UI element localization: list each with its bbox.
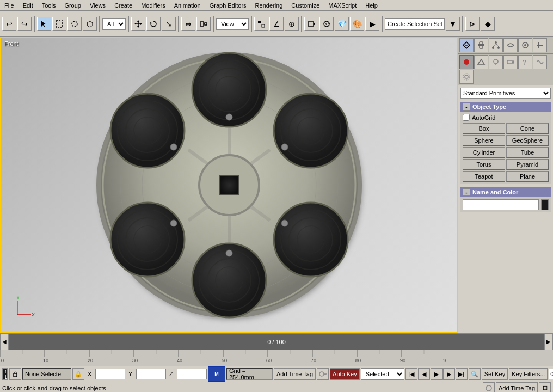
box-button[interactable]: Box bbox=[463, 123, 505, 134]
menu-maxscript[interactable]: MAXScript bbox=[324, 1, 361, 10]
undo-scene-button[interactable] bbox=[304, 17, 318, 31]
menu-create[interactable]: Create bbox=[110, 1, 137, 10]
tl-next-arrow[interactable]: ▶ bbox=[544, 334, 553, 350]
go-start-btn[interactable]: |◀ bbox=[405, 368, 417, 380]
search-btn[interactable]: 🔍 bbox=[469, 368, 481, 380]
autogrid-checkbox[interactable] bbox=[463, 114, 470, 121]
cylinder-button[interactable]: Cylinder bbox=[463, 147, 505, 158]
object-name-input[interactable] bbox=[463, 199, 539, 210]
svg-point-88 bbox=[494, 59, 498, 64]
cone-button[interactable]: Cone bbox=[506, 123, 549, 134]
svg-rect-15 bbox=[308, 22, 314, 26]
shapes-btn[interactable] bbox=[474, 55, 488, 69]
lock-selection-btn[interactable] bbox=[9, 368, 21, 380]
extra-tool-1[interactable]: ⊳ bbox=[465, 17, 480, 31]
select-object-button[interactable] bbox=[37, 17, 51, 31]
auto-key-btn[interactable]: Auto Key bbox=[330, 368, 360, 380]
fence-select-button[interactable]: ⬡ bbox=[83, 17, 97, 31]
menu-animation[interactable]: Animation bbox=[170, 1, 205, 10]
align-icon bbox=[199, 20, 208, 28]
rotate-button[interactable] bbox=[146, 17, 161, 31]
view-dropdown[interactable]: View bbox=[216, 18, 249, 30]
z-coord-input[interactable] bbox=[177, 369, 207, 379]
extra-tool-2[interactable]: ◆ bbox=[481, 17, 495, 31]
filter-dropdown[interactable]: All bbox=[102, 18, 126, 30]
svg-point-87 bbox=[464, 59, 469, 65]
torus-button[interactable]: Torus bbox=[463, 159, 505, 170]
menu-graph-editors[interactable]: Graph Editors bbox=[205, 1, 251, 10]
prev-frame-btn[interactable]: ◀ bbox=[418, 368, 430, 380]
menu-tools[interactable]: Tools bbox=[38, 1, 60, 10]
menu-views[interactable]: Views bbox=[85, 1, 110, 10]
grid-lock-btn[interactable]: ⊞ bbox=[539, 382, 551, 393]
selection-set-dropdown-btn[interactable]: ▼ bbox=[446, 17, 460, 31]
lasso-select-button[interactable] bbox=[67, 17, 82, 31]
modify-panel-btn[interactable] bbox=[474, 38, 488, 52]
hierarchy-panel-btn[interactable] bbox=[489, 38, 503, 52]
key-icon-btn[interactable] bbox=[317, 368, 329, 380]
add-time-tag-bottom-btn[interactable]: Add Time Tag bbox=[496, 382, 538, 393]
tl-prev-arrow[interactable]: ◀ bbox=[0, 334, 9, 350]
menu-modifiers[interactable]: Modifiers bbox=[137, 1, 170, 10]
render-button[interactable]: ▶ bbox=[365, 17, 379, 31]
add-time-tag-btn[interactable]: Add Time Tag bbox=[274, 368, 316, 380]
next-frame-btn[interactable]: ▶ bbox=[443, 368, 455, 380]
select-region-button[interactable] bbox=[52, 17, 66, 31]
maxscript-listener[interactable]: ni Listener bbox=[2, 368, 8, 380]
angle-snap-button[interactable]: ∠ bbox=[269, 17, 284, 31]
menu-help[interactable]: Help bbox=[361, 1, 382, 10]
render-type-button[interactable]: 3D bbox=[319, 17, 334, 31]
selected-object-field[interactable]: None Selecte bbox=[22, 368, 71, 380]
display-panel-btn[interactable] bbox=[518, 38, 532, 52]
lights-btn[interactable] bbox=[489, 55, 503, 69]
scale-button[interactable]: ⤡ bbox=[162, 17, 176, 31]
geometry-btn[interactable] bbox=[459, 55, 474, 69]
x-coord-input[interactable] bbox=[95, 369, 125, 379]
motion-panel-btn[interactable] bbox=[503, 38, 518, 52]
redo-button[interactable]: ↪ bbox=[17, 17, 32, 31]
tube-button[interactable]: Tube bbox=[506, 147, 549, 158]
selection-lock-btn[interactable]: 🔒 bbox=[72, 368, 84, 380]
selection-set-input[interactable] bbox=[385, 18, 445, 30]
menu-customize[interactable]: Customize bbox=[287, 1, 324, 10]
geosphere-button[interactable]: GeoSphere bbox=[506, 135, 549, 146]
snap-indicator-btn[interactable] bbox=[483, 382, 495, 393]
undo-button[interactable]: ↩ bbox=[2, 17, 16, 31]
name-color-collapse-btn[interactable]: - bbox=[463, 188, 470, 196]
align-button[interactable] bbox=[196, 17, 211, 31]
key-filters-btn[interactable]: Key Filters... bbox=[509, 368, 548, 380]
go-end-btn[interactable]: ▶| bbox=[456, 368, 468, 380]
mirror-button[interactable]: ⇔ bbox=[181, 17, 195, 31]
select-move-button[interactable] bbox=[131, 17, 145, 31]
timeline-bar[interactable]: 0 / 100 bbox=[9, 334, 544, 350]
svg-rect-10 bbox=[200, 22, 204, 26]
selected-dropdown[interactable]: Selected bbox=[361, 368, 404, 380]
plane-button[interactable]: Plane bbox=[506, 171, 549, 182]
standard-primitives-dropdown[interactable]: Standard Primitives bbox=[460, 88, 551, 99]
menu-file[interactable]: File bbox=[0, 1, 19, 10]
helpers-btn[interactable]: ? bbox=[518, 55, 532, 69]
object-type-collapse-btn[interactable]: - bbox=[463, 103, 470, 111]
render-setup-button[interactable]: 🎨 bbox=[350, 17, 364, 31]
spinner-snap-button[interactable]: ⊕ bbox=[285, 17, 299, 31]
snap-toggle-button[interactable] bbox=[254, 17, 268, 31]
play-btn[interactable]: ▶ bbox=[431, 368, 443, 380]
pyramid-button[interactable]: Pyramid bbox=[506, 159, 549, 170]
y-coord-input[interactable] bbox=[136, 369, 166, 379]
frame-number-input[interactable] bbox=[549, 369, 553, 379]
material-editor-button[interactable]: 💎 bbox=[335, 17, 349, 31]
spacewarps-btn[interactable] bbox=[533, 55, 547, 69]
utilities-panel-btn[interactable] bbox=[533, 38, 547, 52]
color-swatch[interactable] bbox=[541, 199, 549, 210]
teapot-button[interactable]: Teapot bbox=[463, 171, 505, 182]
menu-rendering[interactable]: Rendering bbox=[251, 1, 287, 10]
menu-edit[interactable]: Edit bbox=[19, 1, 38, 10]
set-key-btn[interactable]: Set Key bbox=[482, 368, 508, 380]
cameras-btn[interactable] bbox=[503, 55, 518, 69]
menu-group[interactable]: Group bbox=[60, 1, 85, 10]
create-panel-btn[interactable]: + bbox=[459, 38, 474, 52]
lasso-icon bbox=[70, 20, 79, 28]
systems-btn[interactable] bbox=[459, 70, 474, 84]
sphere-button[interactable]: Sphere bbox=[463, 135, 505, 146]
motion-icon bbox=[506, 41, 515, 50]
